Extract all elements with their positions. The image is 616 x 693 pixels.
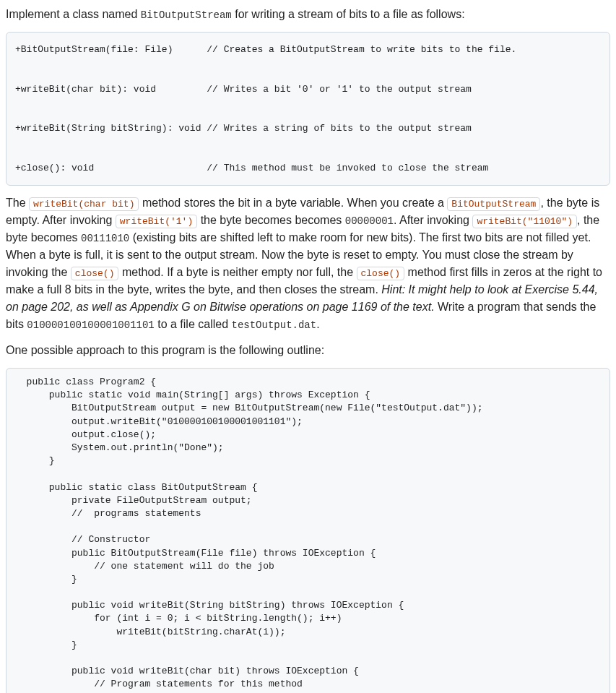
text: The — [6, 197, 29, 209]
text: to a file called — [155, 318, 232, 330]
code-close-2: close() — [357, 267, 405, 280]
intro-text-prefix: Implement a class named — [6, 8, 141, 20]
code-byte-00111010: 00111010 — [81, 233, 129, 244]
text: . After invoking — [394, 214, 472, 226]
code-bitoutputstream: BitOutputStream — [447, 197, 540, 211]
code-filename: testOutput.dat — [232, 319, 317, 331]
code-writebit-1: writeBit('1') — [116, 215, 197, 228]
text: . — [316, 318, 319, 330]
code-close-1: close() — [71, 267, 119, 280]
intro-paragraph: Implement a class named BitOutputStream … — [6, 6, 610, 23]
code-bitstring: 010000100100001001101 — [27, 319, 154, 331]
api-code-block: +BitOutputStream(file: File) // Creates … — [6, 32, 610, 186]
outline-code-block: public class Program2 { public static vo… — [6, 368, 610, 693]
code-byte-00000001: 00000001 — [345, 215, 394, 227]
code-writebit-char: writeBit(char bit) — [29, 197, 139, 211]
text: method stores the bit in a byte variable… — [139, 197, 447, 209]
approach-paragraph: One possible approach to this program is… — [6, 342, 610, 359]
intro-text-suffix: for writing a stream of bits to a file a… — [232, 8, 465, 20]
text: the byte becomes becomes — [197, 214, 345, 226]
text: method. If a byte is neither empty nor f… — [118, 266, 356, 278]
code-writebit-11010: writeBit("11010") — [472, 215, 577, 228]
intro-classname: BitOutputStream — [141, 9, 232, 21]
explanation-paragraph: The writeBit(char bit) method stores the… — [6, 194, 610, 333]
